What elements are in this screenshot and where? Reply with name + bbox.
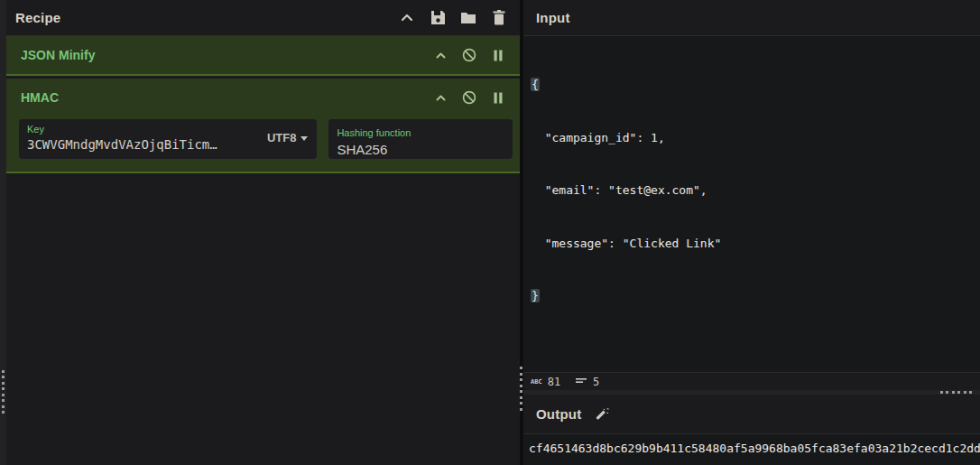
character-count-value: 81: [548, 376, 560, 388]
io-panel: Input { "campaign_id": 1, "email": "test…: [523, 0, 980, 465]
operation-icons: [433, 48, 505, 62]
chevron-down-icon: [300, 136, 308, 141]
operation-row[interactable]: JSON Minify: [6, 36, 520, 74]
input-line: "campaign_id": 1,: [531, 129, 973, 147]
operation-title: JSON Minify: [21, 48, 95, 62]
hashing-function-label: Hashing function: [337, 127, 411, 138]
recipe-title: Recipe: [15, 10, 60, 25]
delete-trash-icon[interactable]: [491, 10, 507, 26]
collapse-chevron-icon[interactable]: [399, 10, 415, 26]
character-count-icon: ABC: [531, 378, 542, 386]
input-line: {: [531, 76, 973, 94]
magic-wand-icon[interactable]: [594, 406, 610, 423]
input-line: "email": "test@ex.com",: [531, 181, 973, 200]
operations-panel-splitter[interactable]: [0, 0, 6, 465]
input-title: Input: [536, 10, 570, 25]
splitter-drag-handle[interactable]: [520, 367, 522, 412]
character-count: ABC 81: [531, 376, 560, 388]
line-count: 5: [576, 376, 599, 388]
line-count-value: 5: [593, 376, 599, 388]
recipe-operation-json-minify[interactable]: JSON Minify: [6, 36, 520, 76]
recipe-drop-area[interactable]: [6, 176, 520, 465]
disable-icon[interactable]: [462, 48, 476, 62]
matched-bracket: {: [531, 78, 540, 91]
output-title: Output: [536, 406, 581, 422]
hmac-arguments: Key 3CWVGMndgMvdVAzOjqBiTicm… UTF8 Hashi…: [6, 116, 520, 172]
hmac-key-field[interactable]: Key 3CWVGMndgMvdVAzOjqBiTicm… UTF8: [19, 119, 317, 159]
key-encoding-value: UTF8: [267, 131, 297, 144]
input-line: "message": "Clicked Link": [531, 235, 973, 253]
breakpoint-pause-icon[interactable]: [491, 48, 505, 62]
key-label: Key: [27, 124, 308, 135]
recipe-operation-hmac[interactable]: HMAC: [6, 79, 520, 173]
recipe-header-icons: [399, 10, 507, 26]
operation-title: HMAC: [21, 90, 59, 105]
operation-icons: [433, 90, 505, 105]
output-hash-value: cf4651463d8bc629b9b411c58480af5a9968ba05…: [529, 442, 980, 455]
input-editor[interactable]: { "campaign_id": 1, "email": "test@ex.co…: [523, 36, 980, 372]
collapse-chevron-icon[interactable]: [433, 48, 448, 62]
output-area[interactable]: cf4651463d8bc629b9b411c58480af5a9968ba05…: [523, 434, 980, 465]
output-header: Output: [523, 395, 980, 434]
splitter-drag-handle[interactable]: [2, 370, 5, 415]
recipe-io-splitter[interactable]: [520, 0, 523, 465]
open-folder-icon[interactable]: [460, 10, 476, 26]
input-line: }: [531, 287, 973, 305]
hashing-function-field[interactable]: Hashing function SHA256: [328, 119, 513, 159]
hashing-function-select[interactable]: SHA256: [337, 142, 387, 157]
splitter-drag-handle[interactable]: [940, 391, 973, 394]
recipe-header: Recipe: [6, 0, 520, 36]
matched-bracket: }: [531, 289, 540, 302]
cyberchef-app: Recipe: [0, 0, 980, 465]
disable-icon[interactable]: [462, 90, 476, 105]
key-value-input[interactable]: 3CWVGMndgMvdVAzOjqBiTicm…: [27, 135, 308, 154]
input-header: Input: [523, 0, 980, 36]
line-count-icon: [576, 376, 587, 388]
recipe-panel: Recipe: [6, 0, 520, 465]
save-icon[interactable]: [430, 10, 446, 26]
collapse-chevron-icon[interactable]: [433, 90, 448, 105]
key-encoding-dropdown[interactable]: UTF8: [267, 131, 309, 144]
input-output-splitter[interactable]: [523, 390, 980, 395]
operation-row[interactable]: HMAC: [6, 79, 520, 116]
input-status-bar: ABC 81 5: [523, 372, 980, 390]
breakpoint-pause-icon[interactable]: [491, 90, 505, 105]
